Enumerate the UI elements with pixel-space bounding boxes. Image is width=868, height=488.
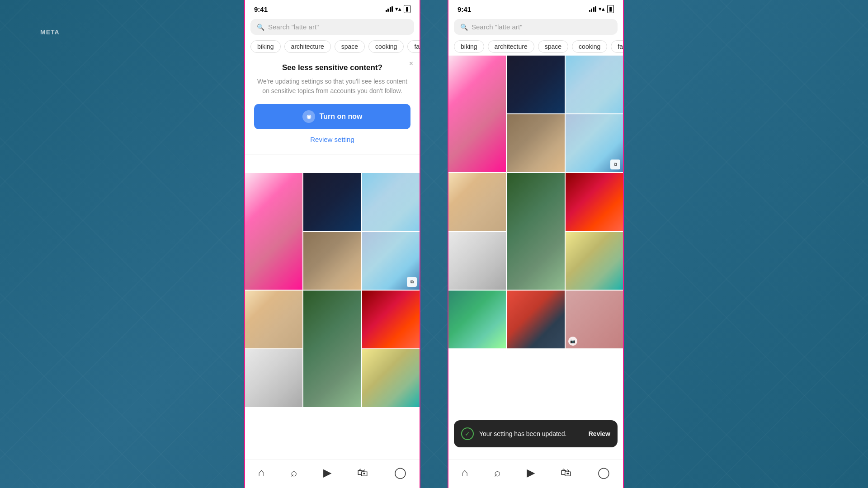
tag-space-right[interactable]: space [538,40,568,53]
turn-on-now-button[interactable]: ◉ Turn on now [254,104,410,129]
toast-left-section: ✓ Your setting has been updated. [461,427,566,440]
photo-cell[interactable] [566,56,623,113]
search-bar-left[interactable]: 🔍 Search "latte art" [250,19,414,35]
photo-cell[interactable] [245,349,302,407]
review-setting-button[interactable]: Review setting [254,136,410,143]
photo-cell[interactable] [507,291,564,348]
status-bar-right: 9:41 ▾▴ ▮ [448,0,623,16]
status-time-right: 9:41 [458,5,471,13]
photo-cell[interactable] [362,349,420,407]
tag-cooking-right[interactable]: cooking [572,40,607,53]
photo-cell[interactable] [507,56,564,113]
camera-icon: 📷 [568,337,577,346]
photo-grid-left: ⧉ [245,173,420,460]
nav-profile-right[interactable]: ◯ [598,466,610,479]
photo-cell[interactable] [362,291,420,348]
search-icon-left: 🔍 [257,23,264,31]
photo-cell[interactable] [448,232,506,290]
tag-architecture-left[interactable]: architecture [284,40,331,53]
nav-shop-left[interactable]: 🛍 [357,466,368,479]
tag-biking-left[interactable]: biking [250,40,281,53]
sensitive-content-modal: × See less sensitive content? We're upda… [245,54,420,155]
phone-right: 9:41 ▾▴ ▮ 🔍 Search "latte art" biking ar… [448,0,624,488]
tag-fashion-left[interactable]: fash... [407,40,420,53]
toast-message: Your setting has been updated. [479,430,566,437]
modal-description: We're updating settings so that you'll s… [254,77,410,96]
photo-cell[interactable] [448,291,506,348]
nav-home-left[interactable]: ⌂ [258,466,265,479]
status-time-left: 9:41 [254,5,268,13]
tag-cooking-left[interactable]: cooking [368,40,404,53]
photo-cell[interactable] [245,291,302,348]
toast-notification: ✓ Your setting has been updated. Review [454,420,618,447]
wifi-icon-left: ▾▴ [395,5,401,12]
tag-space-left[interactable]: space [335,40,365,53]
photo-cell[interactable] [303,291,361,407]
search-bar-right[interactable]: 🔍 Search "latte art" [454,19,618,35]
photo-cell[interactable] [448,173,506,231]
category-tags-left: biking architecture space cooking fash..… [245,38,420,56]
photo-cell[interactable] [362,173,420,231]
photo-cell[interactable] [566,232,623,290]
photo-cell[interactable]: ⧉ [362,232,420,290]
modal-close-button[interactable]: × [409,60,413,68]
photo-cell[interactable] [245,173,302,290]
battery-icon-right: ▮ [607,5,614,14]
phone-left: 9:41 ▾▴ ▮ 🔍 Search "latte art" biking ar… [244,0,420,488]
search-placeholder-left: Search "latte art" [268,23,319,31]
modal-title: See less sensitive content? [254,63,410,72]
nav-search-left[interactable]: ⌕ [291,466,297,479]
nav-reels-left[interactable]: ▶ [323,466,331,479]
wifi-icon-right: ▾▴ [599,5,605,12]
signal-icon-left [386,6,393,12]
nav-profile-left[interactable]: ◯ [394,466,406,479]
photo-cell[interactable] [566,173,623,231]
status-icons-right: ▾▴ ▮ [589,5,614,14]
status-bar-left: 9:41 ▾▴ ▮ [245,0,420,16]
toggle-icon: ◉ [302,110,315,123]
tag-fashion-right[interactable]: fash... [611,40,623,53]
search-placeholder-right: Search "latte art" [472,23,522,31]
meta-label: META [40,28,60,36]
toast-review-button[interactable]: Review [589,430,610,437]
tag-biking-right[interactable]: biking [454,40,484,53]
photo-cell[interactable] [507,173,564,290]
category-tags-right: biking architecture space cooking fash..… [448,38,623,56]
nav-reels-right[interactable]: ▶ [527,466,535,479]
turn-on-now-label: Turn on now [320,113,363,121]
photo-cell-partial[interactable]: 📷 [566,291,623,348]
bottom-nav-left: ⌂ ⌕ ▶ 🛍 ◯ [245,460,420,488]
copy-icon: ⧉ [407,277,417,287]
photo-cell[interactable] [303,173,361,231]
nav-search-right[interactable]: ⌕ [494,466,500,479]
signal-icon-right [589,6,597,12]
photo-grid-right: ⧉ 📷 [448,56,623,460]
phones-wrapper: 9:41 ▾▴ ▮ 🔍 Search "latte art" biking ar… [244,0,624,488]
copy-icon-right: ⧉ [610,160,620,169]
nav-shop-right[interactable]: 🛍 [561,466,571,479]
status-icons-left: ▾▴ ▮ [386,5,411,14]
search-icon-right: 🔍 [460,23,468,31]
photo-cell[interactable]: ⧉ [566,114,623,172]
battery-icon-left: ▮ [404,5,410,14]
photo-cell[interactable] [448,56,506,172]
tag-architecture-right[interactable]: architecture [488,40,534,53]
bottom-nav-right: ⌂ ⌕ ▶ 🛍 ◯ [448,460,623,488]
photo-cell[interactable] [303,232,361,290]
toast-check-icon: ✓ [461,427,474,440]
photo-cell[interactable] [507,114,564,172]
nav-home-right[interactable]: ⌂ [462,466,468,479]
